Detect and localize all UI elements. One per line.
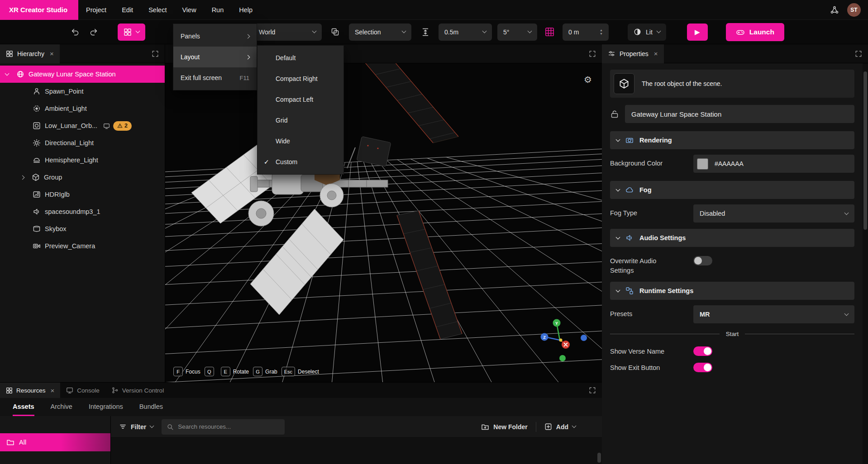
tree-item[interactable]: Directional_Light [0, 134, 165, 152]
section-fog[interactable]: Fog [610, 181, 854, 199]
menu-item-panels[interactable]: Panels [173, 26, 257, 47]
move-snap-dropdown[interactable]: 0.5m [439, 24, 492, 41]
lock-open-icon[interactable] [610, 109, 619, 118]
overwrite-audio-toggle[interactable] [693, 256, 712, 265]
stepper-arrows-icon[interactable]: ▲▼ [600, 29, 603, 35]
layout-grid-button[interactable] [118, 24, 145, 41]
close-icon[interactable]: × [654, 50, 658, 57]
layout-option-compact-right[interactable]: Compact Right [258, 68, 343, 89]
screen-share-icon [103, 123, 110, 129]
layout-option-compact-left[interactable]: Compact Left [258, 89, 343, 110]
expand-icon[interactable] [589, 50, 596, 57]
menu-edit[interactable]: Edit [114, 0, 141, 20]
vertical-snap-icon[interactable] [419, 25, 432, 39]
menu-item-layout[interactable]: Layout [173, 47, 257, 67]
subtab-assets[interactable]: Assets [13, 403, 34, 416]
expand-icon[interactable] [152, 50, 159, 57]
subtab-archive[interactable]: Archive [51, 403, 72, 416]
chevron-down-icon [136, 29, 140, 33]
section-rendering[interactable]: Rendering [610, 131, 854, 149]
new-folder-button[interactable]: New Folder [481, 423, 527, 431]
assets-grid [111, 438, 602, 464]
show-verse-toggle[interactable] [693, 346, 712, 356]
tree-item[interactable]: Spawn_Point [0, 83, 165, 100]
add-button[interactable]: Add [544, 423, 576, 431]
filter-button[interactable]: Filter [119, 423, 153, 431]
tab-properties[interactable]: Properties × [602, 44, 664, 63]
scrollbar[interactable] [863, 63, 868, 464]
shading-dropdown[interactable]: Lit [628, 24, 666, 41]
presets-dropdown[interactable]: MR [693, 305, 854, 323]
tab-resources[interactable]: Resources × [0, 383, 60, 398]
menu-select[interactable]: Select [141, 0, 174, 20]
expand-icon[interactable] [855, 50, 862, 57]
hierarchy-panel: Hierarchy × Gateway Lunar Space Station … [0, 44, 165, 382]
tree-item[interactable]: HDRIglb [0, 186, 165, 203]
tree-item[interactable]: Ambient_Light [0, 100, 165, 117]
tree-item[interactable]: spacesoundmp3_1 [0, 203, 165, 220]
hdri-image-icon [33, 190, 45, 199]
layout-option-grid[interactable]: Grid [258, 110, 343, 131]
play-button[interactable]: ▶ [687, 24, 708, 41]
tree-item[interactable]: Low_Lunar_Orb... 2 [0, 117, 165, 134]
viewport-settings-gear-icon[interactable]: ⚙ [584, 75, 592, 84]
launch-button[interactable]: Launch [726, 23, 784, 41]
layout-option-custom[interactable]: ✓ Custom [258, 152, 343, 172]
section-runtime-label: Runtime Settings [639, 287, 693, 294]
fog-type-dropdown[interactable]: Disabled [693, 204, 854, 223]
search-input[interactable] [178, 423, 280, 430]
duplicate-icon[interactable] [328, 25, 342, 39]
close-icon[interactable]: × [51, 387, 55, 394]
color-swatch[interactable] [697, 158, 708, 170]
tree-item[interactable]: Preview_Camera [0, 237, 165, 255]
close-icon[interactable]: × [50, 50, 54, 57]
scrollbar-thumb[interactable] [863, 71, 867, 230]
collaborators-icon[interactable] [830, 5, 839, 14]
fog-cloud-icon [625, 186, 634, 194]
layout-option-wide[interactable]: Wide [258, 131, 343, 152]
tree-item-root[interactable]: Gateway Lunar Space Station [0, 66, 165, 83]
hint-label: Deselect [298, 369, 319, 375]
tab-hierarchy[interactable]: Hierarchy × [0, 44, 60, 63]
undo-button[interactable] [68, 25, 81, 39]
scene-view[interactable]: Y Z ⚙ FFocus Q ERotate GGrab EscDeselect [165, 63, 602, 382]
search-box[interactable] [162, 419, 285, 435]
user-avatar[interactable]: ST [847, 3, 861, 17]
chevron-down-icon[interactable] [5, 71, 10, 76]
elevation-stepper[interactable]: 0 m ▲▼ [563, 24, 609, 41]
warning-badge[interactable]: 2 [113, 121, 132, 131]
show-exit-toggle[interactable] [693, 363, 712, 372]
expand-icon[interactable] [589, 387, 596, 394]
root-object-description: The root object of the scene. [642, 80, 722, 87]
rotate-snap-dropdown[interactable]: 5° [497, 24, 537, 41]
menu-help[interactable]: Help [231, 0, 260, 20]
ambient-light-icon [33, 104, 45, 113]
background-color-field[interactable]: #AAAAAA [693, 155, 854, 173]
tab-console[interactable]: Console [60, 383, 105, 398]
section-runtime[interactable]: Runtime Settings [610, 282, 854, 300]
presets-label: Presets [610, 305, 687, 319]
svg-text:Y: Y [555, 321, 558, 326]
menu-view[interactable]: View [174, 0, 204, 20]
tree-item-group[interactable]: Group [0, 169, 165, 186]
tree-item[interactable]: Skybox [0, 220, 165, 237]
object-name-field[interactable]: Gateway Lunar Space Station [625, 105, 854, 123]
menu-project[interactable]: Project [78, 0, 114, 20]
layout-option-default[interactable]: Default [258, 47, 343, 68]
subtab-bundles[interactable]: Bundles [139, 403, 163, 416]
chevron-right-icon[interactable] [20, 175, 25, 180]
menu-run[interactable]: Run [204, 0, 232, 20]
section-audio[interactable]: Audio Settings [610, 229, 854, 247]
grid-snap-icon[interactable] [543, 25, 556, 39]
subtab-integrations[interactable]: Integrations [89, 403, 123, 416]
scrollbar-thumb[interactable] [597, 453, 601, 463]
world-dropdown[interactable]: World [253, 24, 322, 41]
redo-button[interactable] [87, 25, 100, 39]
tab-version-control[interactable]: Version Control [105, 383, 170, 398]
layout-submenu: Default Compact Right Compact Left Grid … [257, 45, 344, 175]
tab-console-label: Console [77, 387, 100, 394]
tree-item[interactable]: Hemisphere_Light [0, 152, 165, 169]
menu-item-exit-fullscreen[interactable]: Exit full screen F11 [173, 67, 257, 88]
folder-item-all[interactable]: All [0, 433, 110, 451]
selection-dropdown[interactable]: Selection [349, 24, 411, 41]
